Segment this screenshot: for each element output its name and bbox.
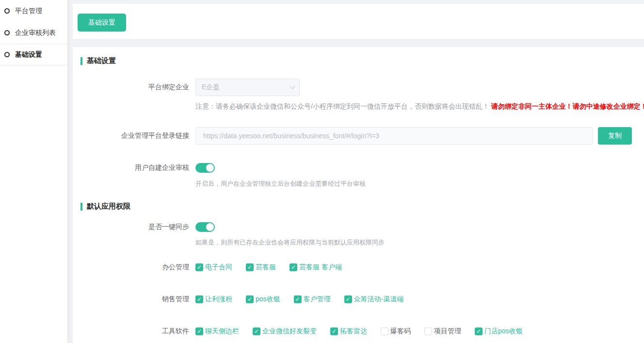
app-checkbox-row: ✓ 聊天侧边栏 ✓ 企业微信好友裂变 ✓ 拓客雷达 ✓ 爆客码 ✓ 项目管理 ✓… bbox=[195, 327, 536, 336]
section-title: 基础设置 bbox=[87, 56, 116, 65]
platform-enterprise-label: 平台绑定企业 bbox=[73, 83, 189, 92]
app-checkbox-label: 让利涨粉 bbox=[205, 295, 232, 304]
section-title: 默认应用权限 bbox=[87, 202, 130, 211]
app-group-row: 销售管理 ✓ 让利涨粉 ✓ pos收银 ✓ 客户管理 ✓ 众筹活动-渠道端 bbox=[73, 295, 644, 304]
user-review-label: 用户自建企业审核 bbox=[73, 163, 189, 172]
app-checkbox[interactable]: ✓ 芸客服 bbox=[246, 263, 276, 272]
sidebar-item-label: 基础设置 bbox=[15, 50, 42, 59]
checkbox-icon: ✓ bbox=[294, 295, 302, 303]
user-review-row: 用户自建企业审核 bbox=[73, 163, 644, 173]
checkbox-icon: ✓ bbox=[330, 327, 338, 335]
app-checkbox[interactable]: ✓ 企业微信好友裂变 bbox=[253, 327, 317, 336]
toolbar-card: 基础设置 bbox=[73, 4, 644, 39]
app-checkbox[interactable]: ✓ 门店pos收银 bbox=[475, 327, 523, 336]
checkbox-icon: ✓ bbox=[381, 327, 388, 335]
app-checkbox-label: 聊天侧边栏 bbox=[205, 327, 239, 336]
section-bar-icon bbox=[80, 203, 82, 211]
app-groups: 办公管理 ✓ 电子合同 ✓ 芸客服 ✓ 芸客服 客户端 销售管理 ✓ 让利涨粉 … bbox=[73, 263, 644, 336]
checkbox-icon: ✓ bbox=[290, 263, 297, 271]
app-checkbox[interactable]: ✓ 众筹活动-渠道端 bbox=[344, 295, 404, 304]
app-checkbox[interactable]: ✓ 客户管理 bbox=[294, 295, 331, 304]
sidebar-item-label: 企业审核列表 bbox=[15, 29, 56, 37]
chevron-down-icon bbox=[290, 83, 295, 89]
app-checkbox-row: ✓ 电子合同 ✓ 芸客服 ✓ 芸客服 客户端 bbox=[195, 263, 355, 272]
section-bar-icon bbox=[80, 57, 82, 65]
app-group-label: 工具软件 bbox=[73, 327, 189, 336]
circle-icon bbox=[4, 30, 10, 35]
app-checkbox[interactable]: ✓ 芸客服 客户端 bbox=[290, 263, 342, 272]
circle-icon bbox=[4, 8, 10, 14]
app-checkbox[interactable]: ✓ 拓客雷达 bbox=[330, 327, 367, 336]
checkbox-icon: ✓ bbox=[253, 327, 260, 335]
app-checkbox-label: 芸客服 bbox=[256, 263, 276, 272]
app-group-label: 办公管理 bbox=[73, 263, 189, 272]
sidebar-item-basic-settings[interactable]: 基础设置 bbox=[0, 44, 67, 65]
section-header-permissions: 默认应用权限 bbox=[73, 202, 644, 211]
app-checkbox[interactable]: ✓ 电子合同 bbox=[195, 263, 232, 272]
warning-note-red: 请勿绑定非同一主体企业！请勿中途修改企业绑定！ bbox=[491, 102, 644, 110]
toggle-knob bbox=[206, 223, 214, 231]
sidebar-item-label: 平台管理 bbox=[15, 7, 42, 16]
app-checkbox-label: 电子合同 bbox=[205, 263, 232, 272]
app-checkbox-label: 拓客雷达 bbox=[340, 327, 367, 336]
app-group-label: 销售管理 bbox=[73, 295, 189, 304]
one-click-sync-label: 是否一键同步 bbox=[73, 223, 189, 231]
checkbox-icon: ✓ bbox=[246, 263, 254, 271]
login-link-label: 企业管理平台登录链接 bbox=[73, 131, 189, 140]
app-checkbox-label: 客户管理 bbox=[304, 295, 331, 304]
app-checkbox[interactable]: ✓ 爆客码 bbox=[381, 327, 411, 336]
select-value: E企盈 bbox=[202, 83, 220, 92]
app-checkbox-label: 众筹活动-渠道端 bbox=[354, 295, 404, 304]
login-link-input[interactable] bbox=[195, 127, 593, 145]
app-checkbox[interactable]: ✓ pos收银 bbox=[246, 295, 280, 304]
app-group-row: 工具软件 ✓ 聊天侧边栏 ✓ 企业微信好友裂变 ✓ 拓客雷达 ✓ 爆客码 ✓ 项… bbox=[73, 327, 644, 336]
toggle-knob bbox=[206, 164, 214, 172]
app-checkbox-label: 芸客服 客户端 bbox=[299, 263, 342, 272]
app-checkbox[interactable]: ✓ 聊天侧边栏 bbox=[195, 327, 239, 336]
app-checkbox-label: 爆客码 bbox=[390, 327, 411, 336]
app-checkbox-label: 门店pos收银 bbox=[484, 327, 523, 336]
app-checkbox-label: pos收银 bbox=[256, 295, 280, 304]
one-click-sync-helper: 如果是，则所有已存在企业也会将应用权限与当前默认应用权限同步 bbox=[73, 238, 644, 247]
settings-card: 基础设置 平台绑定企业 E企盈 注意：请务必确保该企业微信和公众号/小程序绑定到… bbox=[73, 47, 644, 343]
app-checkbox-label: 项目管理 bbox=[434, 327, 461, 336]
app-checkbox-row: ✓ 让利涨粉 ✓ pos收银 ✓ 客户管理 ✓ 众筹活动-渠道端 bbox=[195, 295, 417, 304]
user-review-toggle[interactable] bbox=[195, 163, 215, 173]
checkbox-icon: ✓ bbox=[246, 295, 254, 303]
warning-note-gray: 注意：请务必确保该企业微信和公众号/小程序绑定到同一微信开放平台，否则数据将会出… bbox=[195, 102, 489, 110]
circle-icon bbox=[4, 52, 10, 57]
login-link-row: 企业管理平台登录链接 复制 bbox=[73, 127, 644, 145]
section-header-basic: 基础设置 bbox=[73, 57, 644, 65]
app-group-row: 办公管理 ✓ 电子合同 ✓ 芸客服 ✓ 芸客服 客户端 bbox=[73, 263, 644, 272]
basic-settings-button[interactable]: 基础设置 bbox=[78, 14, 126, 32]
app-checkbox[interactable]: ✓ 项目管理 bbox=[424, 327, 461, 336]
checkbox-icon: ✓ bbox=[195, 327, 203, 335]
checkbox-icon: ✓ bbox=[344, 295, 352, 303]
platform-enterprise-select[interactable]: E企盈 bbox=[195, 79, 300, 96]
checkbox-icon: ✓ bbox=[195, 295, 203, 303]
copy-button[interactable]: 复制 bbox=[598, 127, 632, 145]
one-click-sync-row: 是否一键同步 bbox=[73, 222, 644, 232]
sidebar-item-enterprise-review-list[interactable]: 企业审核列表 bbox=[0, 22, 67, 44]
one-click-sync-toggle[interactable] bbox=[195, 222, 215, 232]
user-review-helper: 开启后，用户在企业管理独立后台创建企业需要经过平台审核 bbox=[73, 180, 644, 188]
app-checkbox-label: 企业微信好友裂变 bbox=[262, 327, 317, 336]
binding-warning-note: 注意：请务必确保该企业微信和公众号/小程序绑定到同一微信开放平台，否则数据将会出… bbox=[73, 102, 644, 111]
app-checkbox[interactable]: ✓ 让利涨粉 bbox=[195, 295, 232, 304]
sidebar: 平台管理 企业审核列表 基础设置 bbox=[0, 0, 67, 343]
checkbox-icon: ✓ bbox=[475, 327, 483, 335]
main-content: 基础设置 基础设置 平台绑定企业 E企盈 注意：请务必确保该企业微信和公众号/小… bbox=[73, 4, 644, 343]
checkbox-icon: ✓ bbox=[424, 327, 432, 335]
checkbox-icon: ✓ bbox=[195, 263, 203, 271]
sidebar-item-platform-management[interactable]: 平台管理 bbox=[0, 0, 67, 22]
platform-enterprise-row: 平台绑定企业 E企盈 bbox=[73, 79, 644, 96]
